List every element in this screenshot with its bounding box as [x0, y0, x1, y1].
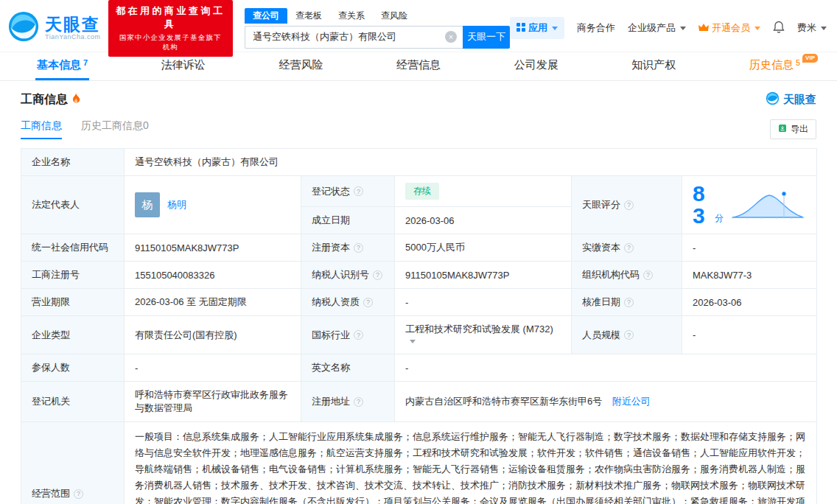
help-icon[interactable]: ?	[373, 270, 382, 280]
search-tab-boss[interactable]: 查老板	[287, 8, 330, 24]
notification-bell[interactable]	[773, 21, 785, 35]
field-label-approve-date: 核准日期?	[572, 289, 682, 316]
subtab-business-info[interactable]: 工商信息	[21, 119, 62, 139]
field-value-authority: 呼和浩特市赛罕区行政审批政务服务与数据管理局	[125, 382, 301, 422]
menu-enterprise[interactable]: 企业级产品	[628, 21, 686, 35]
help-icon[interactable]: ?	[624, 330, 634, 340]
section-title-row: 工商信息	[21, 92, 80, 108]
tab-basic-info[interactable]: 基本信息 7	[35, 52, 89, 80]
flame-icon	[71, 93, 80, 106]
tab-company-development[interactable]: 公司发展	[513, 52, 560, 80]
field-value-name: 通号空铁科技（内蒙古）有限公司	[125, 149, 817, 176]
grid-icon	[516, 23, 525, 34]
status-badge: 存续	[405, 183, 439, 200]
slogan-badge: 都在用的商业查询工具 国家中小企业发展子基金旗下机构	[108, 0, 233, 57]
legal-rep-link[interactable]: 杨明	[167, 198, 186, 211]
table-row: 企业类型 有限责任公司(国有控股) 国标行业? 工程和技术研究和试验发展 (M7…	[21, 316, 817, 354]
export-button[interactable]: 导出	[770, 119, 816, 139]
help-icon[interactable]: ?	[354, 330, 363, 340]
help-icon[interactable]: ?	[354, 397, 363, 407]
table-row: 统一社会信用代码 91150105MAK8JW773P 注册资本? 5000万人…	[21, 234, 817, 262]
field-value-company-type: 有限责任公司(国有控股)	[125, 316, 301, 354]
menu-apps-label: 应用	[528, 21, 547, 35]
search-area: 查公司 查老板 查关系 查风险 × 天眼一下	[245, 8, 510, 49]
help-icon[interactable]: ?	[354, 243, 363, 253]
table-row: 参保人数 - 英文名称 -	[21, 354, 817, 382]
user-menu[interactable]: 费米	[797, 21, 827, 35]
search-input[interactable]	[245, 26, 463, 49]
crown-icon	[698, 23, 709, 34]
tab-basic-info-count: 7	[83, 58, 88, 67]
tab-history-info-label: 历史信息	[749, 58, 794, 72]
field-label-authority: 登记机关	[21, 382, 125, 422]
tianyancha-logo[interactable]: 天眼查 TianYanCha.com	[7, 10, 101, 46]
score-unit: 分	[715, 212, 724, 225]
help-icon[interactable]: ?	[74, 489, 83, 499]
field-label-taxpayer-no: 纳税人识别号?	[301, 262, 395, 289]
nearby-companies-link[interactable]: 附近公司	[612, 396, 651, 407]
table-row: 企业名称 通号空铁科技（内蒙古）有限公司	[21, 149, 817, 176]
field-value-reg-capital: 5000万人民币	[395, 234, 572, 262]
section-head: 工商信息 天眼查	[0, 81, 837, 108]
tab-operation-info[interactable]: 经营信息	[395, 52, 442, 80]
table-row: 营业期限 2026-03-06 至 无固定期限 纳税人资质? - 核准日期? 2…	[21, 289, 817, 316]
tab-legal-label: 法律诉讼	[161, 58, 206, 72]
slogan-line2: 国家中小企业发展子基金旗下机构	[116, 33, 225, 52]
field-label-score: 天眼评分?	[572, 176, 682, 234]
field-label-address: 注册地址?	[301, 382, 395, 422]
field-value-org-code: MAK8JW77-3	[682, 262, 817, 289]
chevron-down-icon	[821, 27, 827, 30]
help-icon[interactable]: ?	[363, 298, 373, 307]
help-icon[interactable]: ?	[624, 243, 634, 253]
field-label-status: 登记状态?	[301, 176, 395, 207]
field-label-paid-capital: 实缴资本?	[572, 234, 682, 262]
legal-rep-avatar[interactable]: 杨	[135, 192, 160, 217]
field-value-legal-rep: 杨 杨明	[125, 176, 301, 234]
tab-history-info[interactable]: 历史信息 5 VIP	[748, 52, 802, 80]
help-icon[interactable]: ?	[354, 186, 363, 196]
tab-intellectual-property[interactable]: 知识产权	[630, 52, 677, 80]
field-label-legal-rep: 法定代表人	[21, 176, 125, 234]
tab-operation-risk-label: 经营风险	[279, 58, 323, 72]
menu-enterprise-label: 企业级产品	[628, 21, 676, 35]
field-label-scope: 经营范围?	[21, 422, 125, 504]
menu-cooperation[interactable]: 商务合作	[577, 21, 615, 35]
field-label-industry: 国标行业?	[301, 316, 395, 354]
chevron-down-icon	[552, 27, 558, 30]
search-button[interactable]: 天眼一下	[463, 26, 510, 49]
menu-open-vip[interactable]: 开通会员	[698, 21, 760, 35]
tab-company-development-label: 公司发展	[514, 58, 558, 72]
field-label-reg-capital: 注册资本?	[301, 234, 395, 262]
field-value-credit-code: 91150105MAK8JW773P	[125, 234, 301, 262]
field-label-credit-code: 统一社会信用代码	[21, 234, 125, 262]
field-label-name: 企业名称	[21, 149, 125, 176]
help-icon[interactable]: ?	[643, 270, 653, 280]
chevron-down-icon	[680, 27, 686, 30]
tab-operation-risk[interactable]: 经营风险	[277, 52, 324, 80]
menu-apps[interactable]: 应用	[510, 17, 564, 39]
clear-icon[interactable]: ×	[445, 31, 457, 43]
search-tab-company[interactable]: 查公司	[245, 8, 287, 24]
subtab-history-business-info[interactable]: 历史工商信息0	[81, 119, 149, 139]
field-label-org-code: 组织机构代码?	[572, 262, 682, 289]
field-label-reg-no: 工商注册号	[21, 262, 125, 289]
field-value-industry[interactable]: 工程和技术研究和试验发展 (M732)	[395, 316, 572, 354]
field-value-approve-date: 2026-03-06	[682, 289, 817, 316]
field-label-company-type: 企业类型	[21, 316, 125, 354]
search-tab-relation[interactable]: 查关系	[330, 8, 373, 24]
menu-cooperation-label: 商务合作	[577, 21, 615, 35]
tab-legal[interactable]: 法律诉讼	[160, 52, 207, 80]
field-label-taxpayer-qual: 纳税人资质?	[301, 289, 395, 316]
field-value-taxpayer-qual: -	[395, 289, 572, 316]
search-tab-risk[interactable]: 查风险	[373, 8, 416, 24]
score-number: 83	[693, 183, 709, 227]
help-icon[interactable]: ?	[624, 298, 634, 307]
tab-basic-info-label: 基本信息	[37, 58, 81, 72]
help-icon[interactable]: ?	[624, 200, 634, 210]
chevron-down-icon	[754, 27, 760, 30]
slogan-line1: 都在用的商业查询工具	[116, 4, 225, 31]
export-icon	[778, 124, 787, 135]
brand-watermark: 天眼查	[766, 91, 816, 108]
field-value-staff-size: -	[682, 316, 817, 354]
chevron-down-icon[interactable]	[410, 340, 416, 343]
